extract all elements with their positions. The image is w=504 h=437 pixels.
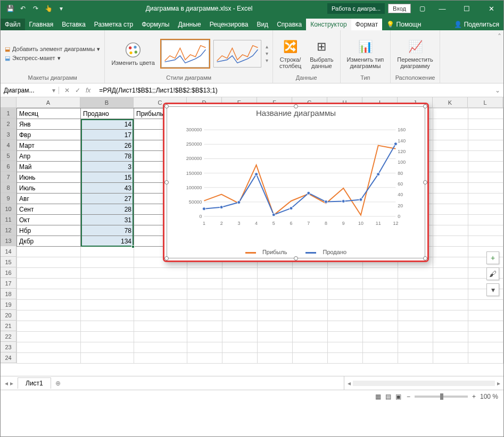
cell[interactable] [328,342,363,353]
cell[interactable] [17,300,81,310]
row-header[interactable]: 13 [1,236,16,246]
cell[interactable]: Фвр [17,130,81,140]
cell[interactable]: Окт [17,215,81,225]
resize-handle[interactable] [164,104,169,108]
cell[interactable]: Июнь [17,172,81,183]
cell[interactable] [222,353,258,364]
chevron-down-icon[interactable]: ▾ [52,87,55,94]
cell[interactable] [328,353,363,364]
cell[interactable] [222,332,258,342]
cell[interactable]: Дкбр [17,236,81,247]
cell[interactable]: 26 [81,140,134,151]
cell[interactable] [81,247,134,257]
cell[interactable]: 31 [81,215,134,225]
cell[interactable] [398,332,433,342]
resize-handle[interactable] [294,104,298,108]
row-header[interactable]: 19 [1,299,16,310]
cell[interactable] [222,289,258,300]
tellme-button[interactable]: 💡 Помощн [382,19,425,30]
cell[interactable] [468,162,503,172]
row-header[interactable]: 21 [1,321,16,331]
row-header[interactable]: 15 [1,257,16,267]
cell[interactable] [363,268,398,279]
cell[interactable] [134,310,187,321]
row-header[interactable]: 12 [1,225,16,236]
cell[interactable] [134,279,187,289]
cell[interactable] [433,119,468,130]
tab-design[interactable]: Конструктор [306,19,351,30]
legend-item-profit[interactable]: Прибыль [241,249,292,255]
cell[interactable] [468,332,503,342]
collapse-ribbon-icon[interactable]: ˄ [495,30,503,83]
chart-object[interactable]: Название диаграммы 050000100000150000200… [163,103,429,262]
cell[interactable]: Сент [17,204,81,215]
cell[interactable] [328,321,363,332]
cell[interactable] [258,321,293,332]
cell[interactable] [468,300,503,310]
cell[interactable] [433,225,468,236]
tab-file[interactable]: Файл [1,19,25,30]
select-all-corner[interactable] [1,97,16,107]
cell[interactable] [222,342,258,353]
row-header[interactable]: 11 [1,214,16,225]
cell[interactable] [398,321,433,332]
cell[interactable] [363,300,398,310]
cell[interactable] [258,342,293,353]
cell[interactable] [363,342,398,353]
cell[interactable] [81,257,134,268]
cell[interactable] [222,321,258,332]
cell[interactable] [222,279,258,289]
cell[interactable]: 15 [81,172,134,183]
cell[interactable]: Нбр [17,225,81,236]
cell[interactable] [258,289,293,300]
fill-handle[interactable] [131,245,135,248]
resize-handle[interactable] [164,256,169,260]
redo-icon[interactable]: ↷ [31,5,40,12]
row-header[interactable]: 2 [1,119,16,129]
cell[interactable] [468,353,503,364]
cell[interactable] [398,268,433,279]
cell[interactable] [134,300,187,310]
cell[interactable] [187,310,222,321]
cell[interactable] [17,321,81,332]
cell[interactable]: Июль [17,183,81,194]
cell[interactable] [293,353,328,364]
formula-input[interactable]: =РЯД(Лист1!$B$1;;Лист1!$B$2:$B$13;1) [96,87,492,94]
cell[interactable] [17,332,81,342]
maximize-button[interactable]: ☐ [455,5,479,13]
chart-plot-area[interactable]: 0500001000001500002000002500003000000204… [180,125,411,229]
row-header[interactable]: 3 [1,129,16,140]
cell[interactable] [363,310,398,321]
chart-elements-button[interactable]: + [486,251,499,264]
add-chart-element-button[interactable]: ⬓ Добавить элемент диаграммы▾ [5,46,100,53]
cell[interactable] [468,151,503,162]
cell[interactable] [363,321,398,332]
zoom-level[interactable]: 100 % [480,393,498,400]
cell[interactable] [17,247,81,257]
page-break-view-icon[interactable]: ▣ [395,393,401,400]
share-button[interactable]: 👤 Поделиться [450,19,503,30]
tab-home[interactable]: Главная [25,19,58,30]
cell[interactable] [81,268,134,279]
zoom-out-button[interactable]: − [407,393,410,400]
cell[interactable] [17,289,81,300]
cell[interactable] [258,332,293,342]
cell[interactable] [433,194,468,204]
column-header[interactable]: K [433,97,468,107]
legend-item-sold[interactable]: Продано [301,249,351,255]
row-header[interactable]: 5 [1,150,16,161]
tab-review[interactable]: Рецензирова [205,19,253,30]
cell[interactable]: Янв [17,119,81,130]
move-chart-button[interactable]: 📈 Переместить диаграмму [395,37,435,70]
cell[interactable] [433,353,468,364]
row-header[interactable]: 6 [1,161,16,172]
cell[interactable] [81,321,134,332]
cell[interactable] [134,268,187,279]
quick-layout-button[interactable]: ⬓ Экспресс-макет▾ [5,55,100,62]
login-button[interactable]: Вход [388,4,411,13]
row-header[interactable]: 17 [1,278,16,289]
cell[interactable] [328,279,363,289]
add-sheet-button[interactable]: ⊕ [55,380,61,387]
cell[interactable] [17,257,81,268]
cell[interactable] [328,268,363,279]
